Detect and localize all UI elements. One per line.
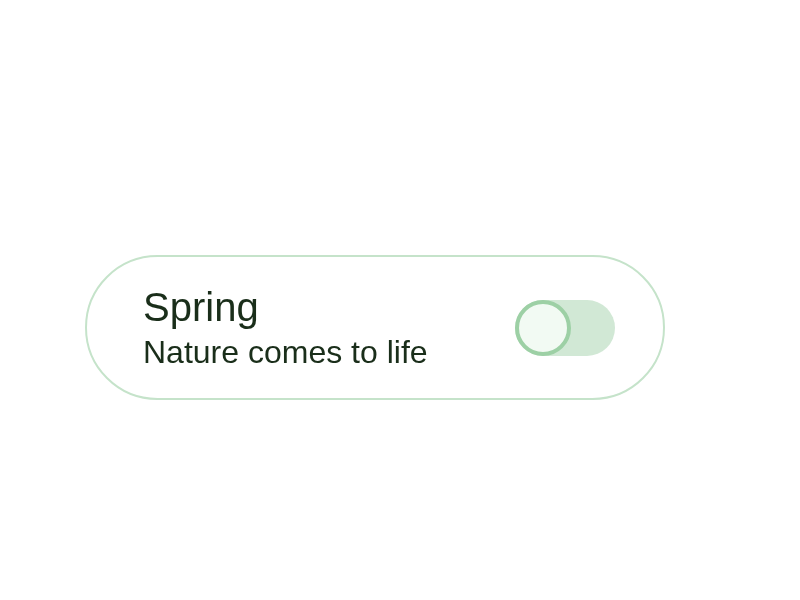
season-toggle-card: Spring Nature comes to life	[85, 255, 665, 400]
setting-subtitle: Nature comes to life	[143, 333, 428, 371]
setting-title: Spring	[143, 283, 428, 331]
toggle-thumb	[515, 300, 571, 356]
spring-toggle[interactable]	[515, 300, 615, 356]
text-group: Spring Nature comes to life	[143, 283, 428, 371]
